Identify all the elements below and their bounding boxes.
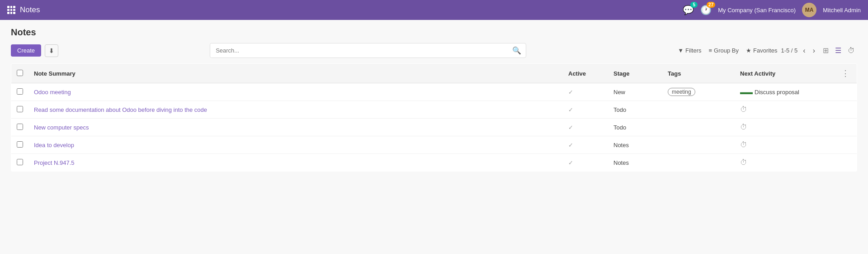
next-page-button[interactable]: › — [811, 46, 817, 56]
active-cell: ✓ — [563, 83, 608, 101]
table-body: Odoo meeting✓Newmeeting▬▬Discuss proposa… — [11, 83, 857, 172]
activity-view-button[interactable]: ⏱ — [845, 45, 857, 56]
stage-cell: Notes — [608, 136, 662, 154]
row-checkbox[interactable] — [17, 88, 23, 95]
next-activity-cell: ⏱ — [735, 101, 834, 119]
table-header: Note Summary Active Stage Tags Next Acti… — [11, 64, 857, 83]
list-view-button[interactable]: ☰ — [833, 45, 844, 56]
page-title: Notes — [11, 27, 857, 38]
table-row: New computer specs✓Todo⏱ — [11, 119, 857, 136]
active-cell: ✓ — [563, 101, 608, 119]
filters-button[interactable]: ▼ Filters — [678, 47, 701, 54]
row-options-col — [834, 136, 857, 154]
table-row: Read some documentation about Odoo befor… — [11, 101, 857, 119]
row-checkbox[interactable] — [17, 106, 23, 112]
active-check-icon: ✓ — [568, 124, 573, 131]
clock-icon[interactable]: ⏱ — [740, 123, 747, 131]
tags-cell: meeting — [662, 83, 735, 101]
col-tags: Tags — [662, 64, 735, 83]
note-link[interactable]: Project N.947.5 — [34, 159, 75, 166]
active-check-icon: ✓ — [568, 159, 573, 166]
row-options-col — [834, 83, 857, 101]
activity-notification-btn[interactable]: 🕐 27 — [700, 5, 712, 15]
row-checkbox[interactable] — [17, 124, 23, 130]
col-options: ⋮ — [834, 64, 857, 83]
active-check-icon: ✓ — [568, 142, 573, 149]
row-checkbox[interactable] — [17, 141, 23, 148]
tag-pill: meeting — [668, 88, 695, 96]
row-checkbox[interactable] — [17, 159, 23, 165]
activity-lines-icon: ▬▬ — [740, 88, 753, 96]
tags-cell — [662, 101, 735, 119]
stage-cell: New — [608, 83, 662, 101]
col-note-summary: Note Summary — [28, 64, 563, 83]
note-link[interactable]: New computer specs — [34, 124, 89, 131]
topbar-left: Notes — [7, 5, 677, 14]
stage-cell: Todo — [608, 119, 662, 136]
company-selector[interactable]: My Company (San Francisco) — [718, 7, 796, 14]
col-stage: Stage — [608, 64, 662, 83]
topbar: Notes 💬 5 🕐 27 My Company (San Francisco… — [0, 0, 868, 20]
col-active: Active — [563, 64, 608, 83]
chat-notification-btn[interactable]: 💬 5 — [683, 5, 694, 15]
select-all-checkbox[interactable] — [17, 70, 23, 76]
topbar-right: 💬 5 🕐 27 My Company (San Francisco) MA M… — [683, 3, 861, 17]
column-options-button[interactable]: ⋮ — [840, 68, 851, 78]
next-activity-cell: ▬▬Discuss proposal — [735, 83, 834, 101]
toolbar-left: Create ⬇ — [11, 44, 58, 57]
note-link[interactable]: Read some documentation about Odoo befor… — [34, 106, 207, 113]
tags-cell — [662, 119, 735, 136]
tags-cell — [662, 154, 735, 172]
next-activity-cell: ⏱ — [735, 136, 834, 154]
view-toggle: ⊞ ☰ ⏱ — [821, 45, 857, 56]
filter-controls: ▼ Filters ≡ Group By ★ Favorites — [678, 47, 777, 54]
col-next-activity: Next Activity — [735, 64, 834, 83]
row-options-col — [834, 119, 857, 136]
row-options-col — [834, 154, 857, 172]
search-input[interactable] — [210, 43, 508, 58]
active-cell: ✓ — [563, 136, 608, 154]
app-menu-icon[interactable] — [7, 6, 15, 14]
clock-icon[interactable]: ⏱ — [740, 105, 747, 113]
table-row: Project N.947.5✓Notes⏱ — [11, 154, 857, 172]
chat-badge: 5 — [690, 2, 698, 8]
note-link[interactable]: Odoo meeting — [34, 89, 71, 96]
filters-label: Filters — [685, 47, 701, 54]
clock-icon[interactable]: ⏱ — [740, 141, 747, 149]
table-row: Odoo meeting✓Newmeeting▬▬Discuss proposa… — [11, 83, 857, 101]
search-icon-button[interactable]: 🔍 — [508, 43, 526, 58]
activity-badge: 27 — [707, 2, 715, 8]
avatar[interactable]: MA — [802, 3, 816, 17]
active-cell: ✓ — [563, 154, 608, 172]
toolbar: Create ⬇ 🔍 ▼ Filters ≡ Group By ★ — [11, 43, 857, 58]
activity-text: Discuss proposal — [755, 89, 799, 96]
groupby-label: Group By — [714, 47, 739, 54]
search-area: 🔍 — [210, 43, 526, 58]
header-checkbox-col — [11, 64, 29, 83]
prev-page-button[interactable]: ‹ — [801, 46, 807, 56]
star-icon: ★ — [746, 47, 751, 54]
toolbar-right: ▼ Filters ≡ Group By ★ Favorites 1-5 / 5… — [678, 45, 857, 56]
pagination: 1-5 / 5 — [781, 47, 797, 54]
admin-name[interactable]: Mitchell Admin — [823, 7, 861, 14]
create-button[interactable]: Create — [11, 44, 41, 57]
row-options-col — [834, 101, 857, 119]
download-button[interactable]: ⬇ — [45, 44, 58, 57]
notes-table: Note Summary Active Stage Tags Next Acti… — [11, 63, 857, 172]
favorites-button[interactable]: ★ Favorites — [746, 47, 777, 54]
next-activity-cell: ⏱ — [735, 154, 834, 172]
stage-cell: Notes — [608, 154, 662, 172]
note-link[interactable]: Idea to develop — [34, 142, 74, 149]
active-cell: ✓ — [563, 119, 608, 136]
next-activity-cell: ⏱ — [735, 119, 834, 136]
tags-cell — [662, 136, 735, 154]
groupby-button[interactable]: ≡ Group By — [708, 47, 739, 54]
favorites-label: Favorites — [753, 47, 777, 54]
kanban-view-button[interactable]: ⊞ — [821, 45, 831, 56]
search-bar: 🔍 — [210, 43, 526, 58]
clock-icon[interactable]: ⏱ — [740, 158, 747, 166]
active-check-icon: ✓ — [568, 106, 573, 113]
table-row: Idea to develop✓Notes⏱ — [11, 136, 857, 154]
stage-cell: Todo — [608, 101, 662, 119]
filter-icon: ▼ — [678, 47, 684, 54]
